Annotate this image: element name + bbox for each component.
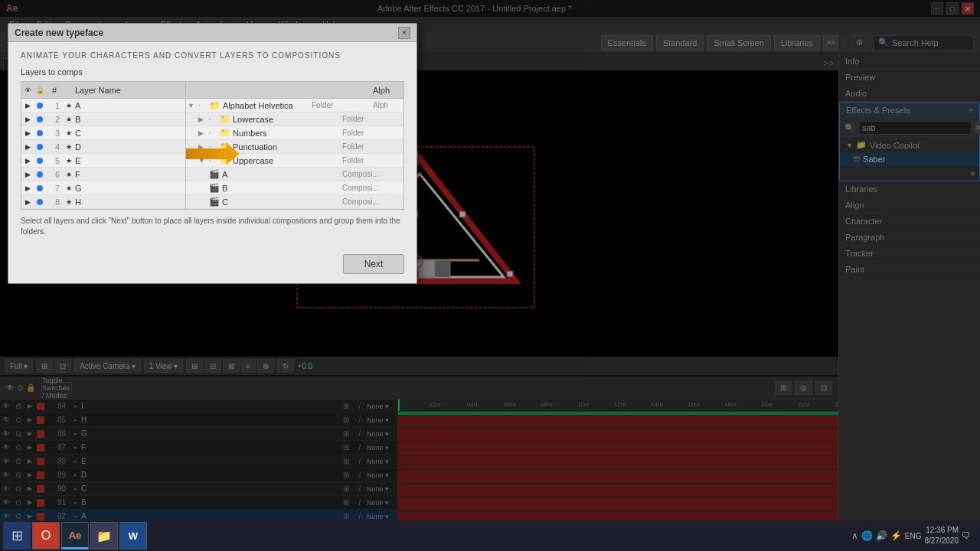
modal-close-button[interactable]: × — [398, 27, 410, 39]
comp-row: 🎬 A Composi... — [186, 168, 403, 181]
taskbar-after-effects[interactable]: Ae — [61, 522, 89, 549]
taskbar-file-explorer[interactable]: 📁 — [90, 522, 118, 549]
layer-row: ▶ 1 ★ A — [21, 99, 185, 112]
layer-row: ▶ 8 ★ H — [21, 195, 185, 209]
taskbar-clock: 12:36 PM 8/27/2020 — [925, 525, 959, 546]
language-label: ENG — [905, 532, 922, 540]
tray-volume-icon[interactable]: 🔊 — [876, 530, 887, 541]
layer-row: ▶ 7 ★ G — [21, 181, 185, 195]
clock-time: 12:36 PM — [925, 525, 959, 536]
tray-notif-icon[interactable]: 🗨 — [962, 530, 971, 541]
modal-section-label: Layers to comps — [21, 67, 404, 77]
col-name: Layer Name — [75, 86, 185, 95]
layer-row: ▶ 4 ★ D — [21, 140, 185, 154]
layer-row: ▶ 2 ★ B — [21, 112, 185, 126]
taskbar-tray: ∧ 🌐 🔊 ⚡ ENG 12:36 PM 8/27/2020 🗨 — [845, 525, 977, 546]
col-lock: 🔒 — [34, 86, 46, 94]
modal-title: Create new typeface — [15, 28, 103, 38]
folder-row: ▶ ▪ 📁 Numbers Folder — [186, 126, 403, 140]
layer-row: ▶ 6 ★ F — [21, 168, 185, 181]
modal-body: ANIMATE YOUR CHARACTERS AND CONVERT LAYE… — [8, 42, 416, 246]
modal-description: Select all layers and click "Next" butto… — [21, 216, 404, 237]
col-num: # — [46, 86, 63, 95]
layer-row: ▶ 3 ★ C — [21, 126, 185, 140]
folder-row: ▶ ▪ 📁 Lowercase Folder — [186, 112, 403, 126]
start-button[interactable]: ⊞ — [3, 522, 31, 549]
taskbar-opera[interactable]: O — [32, 522, 60, 549]
folder-row: ▼ ▪ 📁 Alphabet Helvetica Folder Alph — [186, 99, 403, 112]
comp-row: 🎬 B Composi... — [186, 181, 403, 195]
layer-row: ▶ 5 ★ E — [21, 154, 185, 168]
modal-footer: Next — [8, 246, 416, 283]
col-alph: Alph — [373, 86, 403, 95]
taskbar-word[interactable]: W — [119, 522, 147, 549]
col-eye: 👁 — [21, 86, 34, 94]
tray-network-icon[interactable]: 🌐 — [861, 530, 873, 541]
tray-up-icon[interactable]: ∧ — [851, 530, 858, 541]
modal-dialog: Create new typeface × ANIMATE YOUR CHARA… — [8, 23, 417, 284]
arrow-annotation — [186, 143, 240, 165]
next-button[interactable]: Next — [343, 254, 404, 274]
clock-date: 8/27/2020 — [925, 536, 959, 546]
modal-subtitle: ANIMATE YOUR CHARACTERS AND CONVERT LAYE… — [21, 51, 404, 60]
tray-battery-icon[interactable]: ⚡ — [890, 530, 902, 541]
modal-overlay: Create new typeface × ANIMATE YOUR CHARA… — [0, 0, 980, 551]
modal-titlebar: Create new typeface × — [8, 24, 416, 42]
comp-row: 🎬 C Composi... — [186, 195, 403, 209]
taskbar: ⊞ O Ae 📁 W ∧ 🌐 🔊 ⚡ ENG 12:36 PM 8/27/202… — [0, 520, 980, 551]
